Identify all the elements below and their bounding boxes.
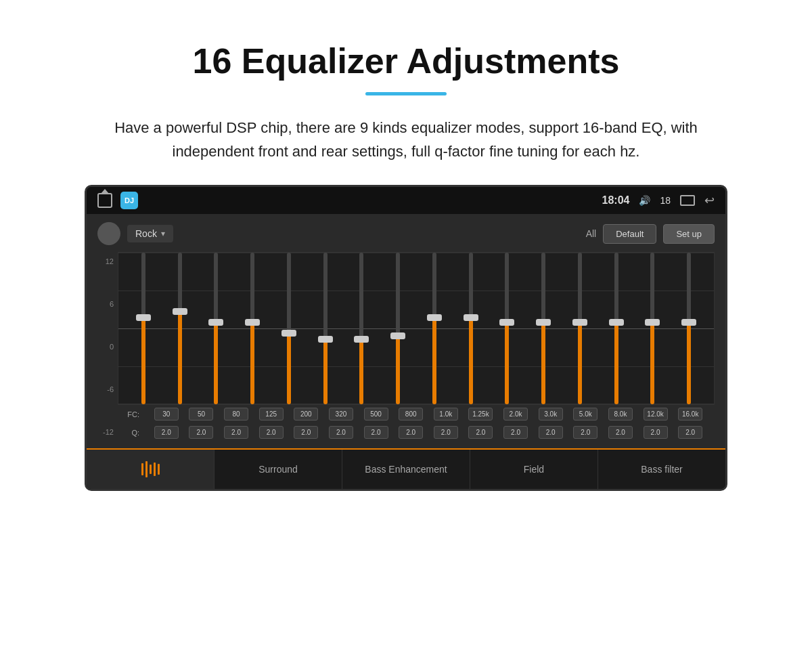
slider-handle[interactable]	[681, 319, 696, 326]
q-cell[interactable]: 2.0	[503, 426, 528, 439]
default-button[interactable]: Default	[603, 224, 656, 244]
slider-track[interactable]	[614, 253, 618, 404]
slider-handle[interactable]	[427, 314, 442, 321]
eq-circle-button[interactable]	[97, 222, 120, 245]
slider-track[interactable]	[287, 253, 291, 404]
slider-handle[interactable]	[318, 336, 333, 343]
eq-slider-item[interactable]	[531, 253, 556, 404]
q-cell[interactable]: 2.0	[608, 426, 633, 439]
slider-fill	[578, 321, 582, 404]
slider-track[interactable]	[396, 253, 400, 404]
slider-track[interactable]	[432, 253, 436, 404]
eq-tab-3[interactable]: Field	[470, 450, 598, 489]
q-cell[interactable]: 2.0	[294, 426, 318, 439]
slider-track[interactable]	[687, 253, 691, 404]
eq-slider-item[interactable]	[386, 253, 410, 404]
fc-cell[interactable]: 3.0k	[539, 408, 563, 421]
q-cell[interactable]: 2.0	[189, 426, 213, 439]
slider-handle[interactable]	[572, 319, 587, 326]
fc-cell[interactable]: 2.0k	[503, 408, 528, 421]
slider-handle[interactable]	[464, 314, 478, 321]
slider-handle[interactable]	[281, 330, 296, 337]
slider-track[interactable]	[541, 253, 545, 404]
eq-slider-item[interactable]	[677, 253, 701, 404]
slider-handle[interactable]	[136, 314, 151, 321]
q-cell[interactable]: 2.0	[468, 426, 493, 439]
eq-tab-1[interactable]: Surround	[215, 450, 342, 489]
q-cell[interactable]: 2.0	[364, 426, 388, 439]
slider-track[interactable]	[250, 253, 254, 404]
eq-sliders-grid: FC: 3050801252003205008001.0k1.25k2.0k3.…	[118, 252, 715, 442]
fc-cell[interactable]: 30	[154, 408, 179, 421]
slider-track[interactable]	[578, 253, 582, 404]
slider-handle[interactable]	[645, 319, 660, 326]
slider-handle[interactable]	[390, 332, 405, 339]
fc-cell[interactable]: 125	[259, 408, 284, 421]
fc-cell[interactable]: 12.0k	[644, 408, 668, 421]
eq-slider-item[interactable]	[349, 253, 374, 404]
fc-cell[interactable]: 50	[189, 408, 213, 421]
slider-track[interactable]	[359, 253, 363, 404]
description-text: Have a powerful DSP chip, there are 9 ki…	[112, 116, 700, 163]
fc-cell[interactable]: 1.25k	[468, 408, 493, 421]
slider-track[interactable]	[323, 253, 328, 404]
fc-cell[interactable]: 320	[329, 408, 353, 421]
slider-handle[interactable]	[354, 336, 369, 343]
eq-tab-2[interactable]: Bass Enhancement	[342, 450, 470, 489]
eq-slider-item[interactable]	[277, 253, 301, 404]
q-cell[interactable]: 2.0	[434, 426, 458, 439]
eq-slider-item[interactable]	[459, 253, 483, 404]
q-cell[interactable]: 2.0	[224, 426, 248, 439]
slider-handle[interactable]	[208, 319, 223, 326]
slider-handle[interactable]	[536, 319, 551, 326]
eq-slider-item[interactable]	[422, 253, 447, 404]
eq-slider-item[interactable]	[604, 253, 629, 404]
eq-slider-item[interactable]	[204, 253, 228, 404]
slider-handle[interactable]	[609, 319, 624, 326]
fc-cell[interactable]: 5.0k	[573, 408, 597, 421]
eq-slider-item[interactable]	[313, 253, 338, 404]
eq-slider-item[interactable]	[640, 253, 664, 404]
q-cell[interactable]: 2.0	[573, 426, 597, 439]
slider-track[interactable]	[650, 253, 654, 404]
fc-cell[interactable]: 8.0k	[608, 408, 633, 421]
fc-cell[interactable]: 800	[399, 408, 423, 421]
fc-cell[interactable]: 200	[294, 408, 318, 421]
back-icon[interactable]: ↩	[704, 193, 715, 208]
fc-cell[interactable]: 1.0k	[434, 408, 458, 421]
q-cell[interactable]: 2.0	[678, 426, 702, 439]
slider-fill	[432, 316, 436, 404]
app-icon[interactable]: DJ	[120, 192, 138, 209]
q-cell[interactable]: 2.0	[329, 426, 353, 439]
slider-handle[interactable]	[245, 319, 260, 326]
slider-handle[interactable]	[173, 308, 187, 315]
eq-slider-item[interactable]	[131, 253, 156, 404]
slider-track[interactable]	[214, 253, 218, 404]
slider-track[interactable]	[469, 253, 473, 404]
eq-slider-item[interactable]	[568, 253, 592, 404]
slider-track[interactable]	[178, 253, 182, 404]
q-cell[interactable]: 2.0	[154, 426, 179, 439]
fc-cell[interactable]: 500	[364, 408, 388, 421]
slider-fill	[541, 321, 545, 404]
q-cell[interactable]: 2.0	[644, 426, 668, 439]
eq-tab-4[interactable]: Bass filter	[598, 450, 725, 489]
eq-slider-item[interactable]	[240, 253, 265, 404]
home-icon[interactable]	[97, 193, 112, 208]
fc-cell[interactable]: 16.0k	[678, 408, 702, 421]
setup-button[interactable]: Set up	[663, 224, 715, 244]
eq-slider-item[interactable]	[168, 253, 192, 404]
eq-preset-selector[interactable]: Rock ▾	[127, 225, 173, 242]
y-label-0: 0	[110, 343, 114, 351]
fc-cell[interactable]: 80	[224, 408, 248, 421]
eq-tab-0[interactable]	[87, 450, 215, 489]
chevron-down-icon: ▾	[161, 229, 165, 238]
q-cell[interactable]: 2.0	[399, 426, 423, 439]
eq-slider-item[interactable]	[495, 253, 519, 404]
q-cell[interactable]: 2.0	[539, 426, 563, 439]
q-cell[interactable]: 2.0	[259, 426, 284, 439]
slider-handle[interactable]	[499, 319, 514, 326]
y-label-6: 6	[110, 300, 114, 308]
slider-track[interactable]	[505, 253, 509, 404]
slider-track[interactable]	[141, 253, 145, 404]
